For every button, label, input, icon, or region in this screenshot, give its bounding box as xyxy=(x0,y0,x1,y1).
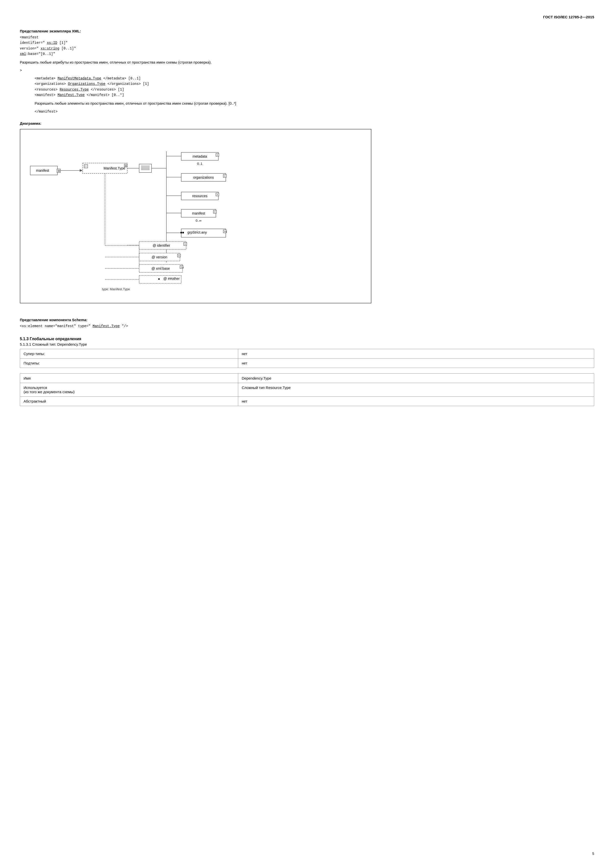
diagram-container: manifest ⊟ □ Manifest.Type ⊟ metadata xyxy=(20,129,372,303)
section-5131-subheading: 5.1.3.1 Сложный тип: Dependency.Type xyxy=(20,342,594,346)
section-513-heading: 5.1.3 Глобальные определения xyxy=(20,337,594,341)
svg-text:metadata: metadata xyxy=(193,154,207,158)
table-row: Супер-типы: нет xyxy=(20,349,594,358)
super-sub-table: Супер-типы: нет Подтипы: нет xyxy=(20,349,594,368)
svg-text:⊟: ⊟ xyxy=(58,169,60,172)
svg-text:+: + xyxy=(217,153,218,157)
xml-angle: > xyxy=(20,68,594,73)
xml-section-title: Представление экземпляра XML: xyxy=(20,29,81,33)
diagram-svg: manifest ⊟ □ Manifest.Type ⊟ metadata xyxy=(28,136,369,295)
sub-types-value: нет xyxy=(238,358,594,368)
document-title: ГОСТ ISO/IEC 12785-2—2015 xyxy=(20,15,594,19)
svg-text:@ identifier: @ identifier xyxy=(152,243,170,248)
svg-text:0..∞: 0..∞ xyxy=(196,219,202,222)
svg-text:Manifest.Type: Manifest.Type xyxy=(104,166,125,170)
name-value: Dependency.Type xyxy=(238,374,594,383)
table-row: Подтипы: нет xyxy=(20,358,594,368)
sub-types-label: Подтипы: xyxy=(20,358,238,368)
svg-text:+: + xyxy=(224,175,225,177)
used-in-value: Сложный тип Resource.Type xyxy=(238,383,594,397)
super-types-value: нет xyxy=(238,349,594,358)
abstract-value: нет xyxy=(238,397,594,406)
used-in-label: Используется (из того же документа схемы… xyxy=(20,383,238,397)
schema-section: Представление компонента Schema: <xs:ele… xyxy=(20,318,594,329)
svg-text:0..1: 0..1 xyxy=(197,162,202,166)
svg-text:■■: ■■ xyxy=(180,231,184,234)
table-row: Имя Dependency.Type xyxy=(20,374,594,383)
svg-rect-13 xyxy=(139,164,152,172)
xml-prose-2: Разрешить любые элементы из пространства… xyxy=(35,101,594,106)
svg-text:manifest: manifest xyxy=(192,211,205,215)
svg-text:resources: resources xyxy=(192,194,207,198)
svg-text:type: Manifest.Type: type: Manifest.Type xyxy=(102,287,130,291)
name-label: Имя xyxy=(20,374,238,383)
details-table: Имя Dependency.Type Используется (из тог… xyxy=(20,374,594,406)
svg-text:+: + xyxy=(181,266,182,268)
svg-text:+: + xyxy=(217,193,218,196)
svg-text:grpStrict.any: grpStrict.any xyxy=(187,230,207,234)
diagram-title: Диаграмма: xyxy=(20,121,594,126)
table-row: Используется (из того же документа схемы… xyxy=(20,383,594,397)
xml-code-block: <manifest identifier=" xs:ID [1]" versio… xyxy=(20,35,594,57)
xml-prose-1: Разрешить любые атрибуты из пространства… xyxy=(20,59,594,65)
svg-marker-5 xyxy=(80,169,83,172)
svg-text:+: + xyxy=(224,230,225,233)
svg-text:@ version: @ version xyxy=(152,255,167,259)
svg-text:+: + xyxy=(178,254,180,257)
svg-text:■: ■ xyxy=(158,277,160,281)
xml-close: </manifest> xyxy=(35,109,594,114)
schema-code: <xs:element name="manifest" type=" Manif… xyxy=(20,323,594,329)
svg-text:□: □ xyxy=(85,165,86,167)
svg-text:@ xml:base: @ xml:base xyxy=(152,267,170,270)
schema-title: Представление компонента Schema: xyxy=(20,318,594,322)
svg-text:manifest: manifest xyxy=(36,169,49,172)
svg-text:⊟: ⊟ xyxy=(125,164,127,167)
svg-text:+: + xyxy=(185,243,186,245)
svg-text:organizations: organizations xyxy=(193,175,214,180)
svg-text:@ ##other: @ ##other xyxy=(163,277,180,281)
abstract-label: Абстрактный xyxy=(20,397,238,406)
page-number: 5 xyxy=(592,851,594,856)
table-row: Абстрактный нет xyxy=(20,397,594,406)
xml-children: <metadata> ManifestMetadata.Type </metad… xyxy=(35,76,594,98)
super-types-label: Супер-типы: xyxy=(20,349,238,358)
svg-text:+: + xyxy=(214,211,216,213)
